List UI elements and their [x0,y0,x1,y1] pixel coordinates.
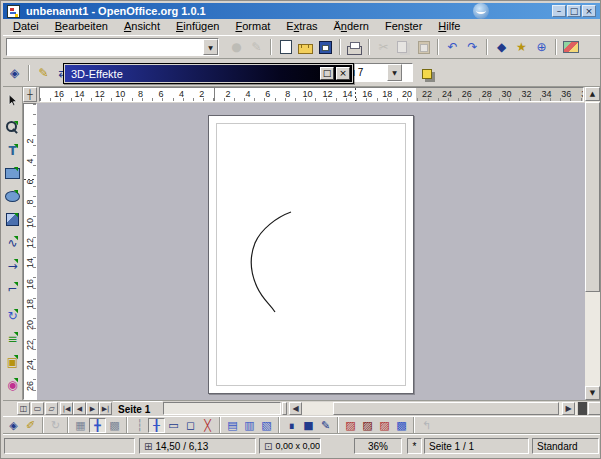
glue-points-icon[interactable]: ✐ [22,418,39,433]
save-icon[interactable] [316,38,335,57]
new-document-icon[interactable] [276,38,295,57]
snap-to-object-points-icon[interactable]: ╳ [199,418,216,433]
stop-loading-icon: ● [227,38,246,57]
drawing-view-button[interactable]: ◫ [17,402,30,415]
pen-icon[interactable]: ✎ [34,63,53,82]
close-button[interactable]: × [582,5,596,17]
ruler-number: 36 [561,89,571,99]
next-page-button[interactable]: ▶ [86,402,99,415]
line-contour-icon[interactable]: ▩ [393,418,410,433]
print-icon [347,40,362,55]
edit-points-icon[interactable]: ◈ [5,418,22,433]
app-icon[interactable] [7,5,20,18]
3d-objects-tool[interactable] [3,209,22,230]
function-toolbar: ▼ ●✎✂↶↷◆★⊕ [3,35,600,59]
vertical-scrollbar[interactable]: ▲ ▼ [585,87,600,400]
curve-tool[interactable]: ∿ [3,232,22,253]
ruler-number: 4 [25,155,35,167]
menu-fenster[interactable]: Fenster [377,19,430,34]
maximize-button[interactable]: □ [567,5,581,17]
lines-arrows-tool[interactable]: → [3,255,22,276]
last-page-button[interactable]: ▶| [99,402,112,415]
picture-placeholder-icon[interactable]: ▨ [342,418,359,433]
ruler-number: 26 [25,380,35,392]
resize-corner[interactable] [588,402,601,415]
edit-points-icon[interactable]: ◈ [5,63,24,82]
quick-edit-icon[interactable]: ▤ [224,418,241,433]
menu-ansicht[interactable]: Ansicht [116,19,168,34]
text-tool[interactable]: T [3,140,22,161]
grid-to-front-icon[interactable]: ▩ [106,418,123,433]
alignment-tool[interactable]: ≡ [3,328,22,349]
page-tab[interactable]: Seite 1 [113,401,163,416]
autopilot-icon[interactable]: ★ [512,38,531,57]
ruler-origin-button[interactable]: ┼ [23,87,37,102]
ruler-number: 32 [521,89,531,99]
show-grid-icon[interactable]: ▦ [72,418,89,433]
status-zoom-field[interactable]: 36% [354,438,402,454]
show-snaplines-icon[interactable]: ┆ [131,418,148,433]
ruler-number: 8 [285,89,290,99]
scroll-down-button[interactable]: ▼ [585,386,600,400]
select-text-area-icon[interactable]: ▥ [241,418,258,433]
redo-icon[interactable]: ↷ [463,38,482,57]
contour-placeholder-icon[interactable]: ▨ [359,418,376,433]
double-click-text-icon[interactable]: ▧ [258,418,275,433]
ellipse-tool[interactable] [3,186,22,207]
url-dropdown-button[interactable]: ▼ [203,39,218,55]
menu-extras[interactable]: Extras [278,19,325,34]
scroll-left-button[interactable]: ◀ [289,402,302,415]
text-placeholder-icon[interactable]: ▨ [376,418,393,433]
zoom-tool[interactable] [3,117,22,138]
ruler-number: 12 [322,89,332,99]
float-rollup-button[interactable]: □ [320,67,334,80]
menu-format[interactable]: Format [227,19,278,34]
undo-icon[interactable]: ↶ [443,38,462,57]
arrange-tool[interactable]: ▣ [3,351,22,372]
select-tool[interactable] [3,90,22,111]
hyperlink-icon[interactable]: ⊕ [532,38,551,57]
layer-view-button[interactable]: ▱ [45,402,58,415]
minimize-button[interactable]: – [552,5,566,17]
scrollbar-splitter[interactable] [282,402,287,415]
scroll-up-button[interactable]: ▲ [585,87,600,101]
menu-ndern[interactable]: Ändern [326,19,378,34]
modify-with-attributes-icon[interactable]: ✎ [317,418,334,433]
gallery-icon[interactable] [561,38,580,57]
snap-to-object-border-icon[interactable]: ◻ [182,418,199,433]
open-icon[interactable] [296,38,315,57]
rectangle-tool[interactable] [3,163,22,184]
large-handles-icon[interactable]: ■ [300,418,317,433]
drawing-page[interactable] [208,115,414,394]
position-icon: ⊞ [144,441,152,452]
menu-datei[interactable]: Datei [5,19,47,34]
shadow-button[interactable] [417,64,436,83]
snap-to-grid-icon[interactable]: ╋ [89,418,106,433]
effects-tool[interactable]: ◉ [3,374,22,395]
first-page-button[interactable]: |◀ [60,402,73,415]
menu-hilfe[interactable]: Hilfe [430,19,468,34]
previous-page-button[interactable]: ◀ [73,402,86,415]
master-view-button[interactable]: ▭ [31,402,44,415]
drawing-workspace[interactable] [37,103,585,400]
scrollbar-end-box [578,402,587,415]
horizontal-scrollbar-thumb[interactable] [333,402,559,415]
fill-color-dropdown[interactable]: ▼ [387,64,402,81]
snap-to-snaplines-icon[interactable]: ╂ [148,418,165,433]
menu-einfgen[interactable]: Einfügen [168,19,227,34]
scroll-right-button[interactable]: ▶ [562,402,575,415]
3d-effects-title-bar[interactable]: 3D-Effekte □× [65,65,352,82]
simple-handles-icon[interactable]: ∎ [283,418,300,433]
title-bar[interactable]: unbenannt1 - OpenOffice.org 1.0.1 –□× [3,3,600,19]
vertical-scrollbar-thumb[interactable] [585,102,600,292]
float-close-button[interactable]: × [336,67,350,80]
print-icon[interactable] [345,38,364,57]
url-input[interactable] [7,39,203,55]
snap-to-margins-icon[interactable]: ▭ [165,418,182,433]
url-combo: ▼ [6,38,219,56]
navigator-icon[interactable]: ◆ [492,38,511,57]
menu-bearbeiten[interactable]: Bearbeiten [47,19,116,34]
rotate-tool[interactable]: ↻ [3,305,22,326]
connector-tool[interactable]: ⌐ [3,278,22,299]
openoffice-logo-icon [473,3,489,19]
